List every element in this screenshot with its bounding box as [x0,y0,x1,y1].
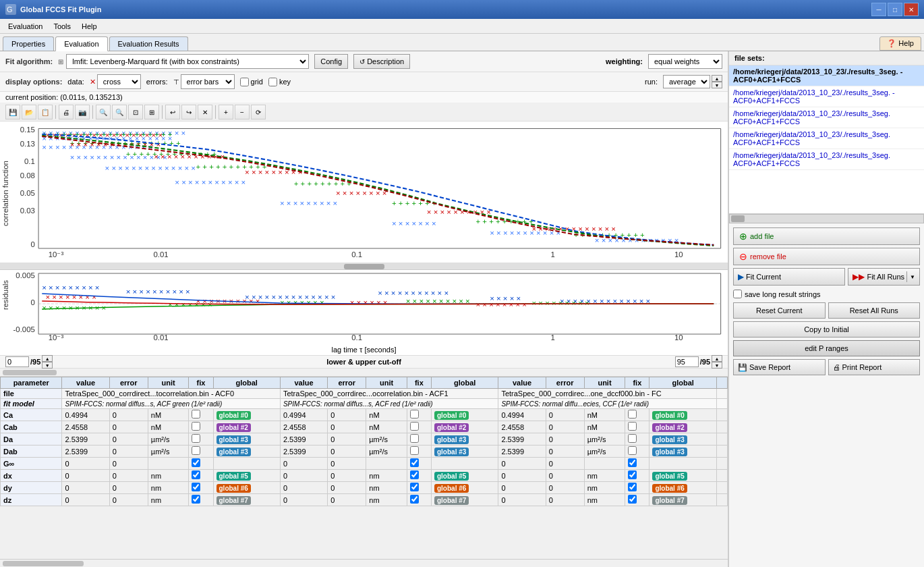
stepper-down[interactable]: ▼ [712,82,722,88]
param-ginf-val1[interactable]: 0 [62,458,109,470]
param-dz-fix1[interactable] [189,494,213,506]
tb-print[interactable]: 🖨 [59,105,74,119]
tab-properties[interactable]: Properties [3,36,54,51]
fix-ca-3[interactable] [628,410,637,418]
param-ca-val3[interactable]: 0.4994 [498,409,546,421]
fix-dy-3[interactable] [628,483,637,491]
grid-checkbox[interactable] [240,78,249,86]
param-ginf-val2[interactable]: 0 [280,458,327,470]
grid-checkbox-label[interactable]: grid [240,78,263,86]
param-ca-fix1[interactable] [189,409,213,421]
param-dz-val2[interactable]: 0 [280,494,327,506]
cutoff-right-down[interactable]: ▼ [712,362,722,369]
cutoff-left-up[interactable]: ▲ [42,355,53,362]
fix-cab-1[interactable] [192,422,200,431]
cutoff-right-up[interactable]: ▲ [712,355,722,362]
tb-zoom-out[interactable]: 🔍 [112,105,127,119]
param-dab-fix2[interactable] [407,446,431,458]
fix-ca-1[interactable] [192,410,200,418]
param-cab-val1[interactable]: 2.4558 [62,421,109,433]
fix-cab-2[interactable] [410,422,419,431]
param-da-val3[interactable]: 2.5399 [498,433,546,446]
param-da-val1[interactable]: 2.5399 [62,433,109,446]
tb-minus[interactable]: − [235,105,250,119]
close-button[interactable]: ✕ [904,3,919,16]
reset-all-runs-button[interactable]: Reset All Runs [828,302,921,319]
cutoff-right-stepper[interactable]: ▲ ▼ [712,355,722,369]
param-dy-val2[interactable]: 0 [280,482,327,494]
param-dab-val1[interactable]: 2.5399 [62,446,109,458]
fix-dab-1[interactable] [192,446,200,455]
fix-dz-1[interactable] [192,495,200,504]
copy-to-initial-button[interactable]: Copy to Initial [733,321,920,338]
cutoff-left-down[interactable]: ▼ [42,362,53,369]
param-dy-val1[interactable]: 0 [62,482,109,494]
param-dx-val1[interactable]: 0 [62,470,109,482]
fix-dx-1[interactable] [192,470,200,479]
param-dx-val3[interactable]: 0 [498,470,546,482]
param-cab-val2[interactable]: 2.4558 [280,421,327,433]
description-button[interactable]: ↺ Description [353,54,410,69]
tb-zoom-in[interactable]: 🔍 [96,105,111,119]
key-checkbox-label[interactable]: key [268,78,291,86]
param-dab-val3[interactable]: 2.5399 [498,446,546,458]
tb-fit[interactable]: ⊡ [128,105,143,119]
param-da-fix3[interactable] [625,433,649,446]
param-dz-val1[interactable]: 0 [62,494,109,506]
fix-ginf-2[interactable] [410,458,419,467]
add-file-button[interactable]: ⊕ add file [733,227,920,245]
hscroll-thumb[interactable] [731,215,745,222]
key-checkbox[interactable] [268,78,277,86]
stepper-up[interactable]: ▲ [712,75,722,82]
print-report-button[interactable]: 🖨 Print Report [828,359,921,375]
menu-tools[interactable]: Tools [48,21,76,32]
param-dab-val2[interactable]: 2.5399 [280,446,327,458]
bottom-hscroll[interactable] [0,559,728,567]
file-item-0[interactable]: /home/kriegerj/data/2013_10_23/./results… [729,65,924,86]
fix-dy-1[interactable] [192,483,200,491]
param-cab-fix3[interactable] [625,421,649,433]
tb-select[interactable]: ⊞ [144,105,159,119]
tb-save[interactable]: 💾 [5,105,20,119]
param-dab-fix3[interactable] [625,446,649,458]
fix-dy-2[interactable] [410,483,419,491]
tb-camera[interactable]: 📷 [75,105,90,119]
fit-current-button[interactable]: ▶ Fit Current [733,268,845,286]
param-da-val2[interactable]: 2.5399 [280,433,327,446]
file-item-2[interactable]: /home/kriegerj/data/2013_10_23/./results… [729,107,924,128]
param-cab-fix1[interactable] [189,421,213,433]
file-item-3[interactable]: /home/kriegerj/data/2013_10_23/./results… [729,128,924,149]
tb-undo[interactable]: ↩ [165,105,180,119]
param-ca-val2[interactable]: 0.4994 [280,409,327,421]
param-hscroll[interactable] [0,369,728,377]
param-da-fix1[interactable] [189,433,213,446]
param-ca-fix3[interactable] [625,409,649,421]
tab-evaluation-results[interactable]: Evaluation Results [109,36,188,51]
param-dx-val2[interactable]: 0 [280,470,327,482]
chart-hscroll[interactable] [0,263,728,270]
fit-all-dropdown-arrow[interactable]: ▼ [906,271,915,282]
param-dy-fix2[interactable] [407,482,431,494]
param-ginf-fix2[interactable] [407,458,431,470]
param-dab-fix1[interactable] [189,446,213,458]
param-dy-val3[interactable]: 0 [498,482,546,494]
file-item-1[interactable]: /home/kriegerj/data/2013_10_23/./results… [729,86,924,107]
fix-dz-3[interactable] [628,495,637,504]
config-button[interactable]: Config [314,54,348,69]
param-dx-fix3[interactable] [625,470,649,482]
save-long-results-checkbox[interactable] [733,290,742,298]
fix-da-1[interactable] [192,434,200,443]
weighting-select[interactable]: equal weights [648,54,722,69]
run-select[interactable]: average [663,75,710,88]
fix-da-2[interactable] [410,434,419,443]
edit-p-ranges-button[interactable]: edit P ranges [733,340,920,356]
fix-da-3[interactable] [628,434,637,443]
file-list-hscroll[interactable] [729,214,924,223]
param-dx-fix2[interactable] [407,470,431,482]
param-dz-val3[interactable]: 0 [498,494,546,506]
help-button[interactable]: ❓ Help [879,36,921,51]
fix-ginf-3[interactable] [628,458,637,467]
fix-ginf-1[interactable] [192,458,200,467]
param-ginf-val3[interactable]: 0 [498,458,546,470]
tb-open[interactable]: 📂 [22,105,36,119]
